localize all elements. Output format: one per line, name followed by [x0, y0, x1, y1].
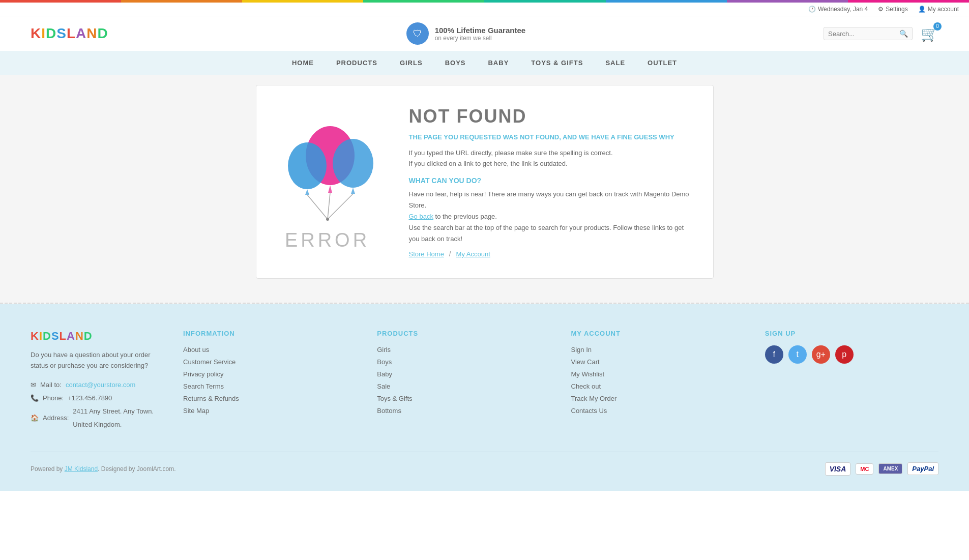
- error-content: NOT FOUND THE PAGE YOU REQUESTED WAS NOT…: [409, 106, 693, 258]
- error-body-2: to the previous page.: [433, 213, 497, 220]
- address-text: 2411 Any Street. Any Town. United Kingdo…: [73, 405, 163, 431]
- account-link[interactable]: 👤 My account: [918, 6, 959, 13]
- wishlist-link[interactable]: My Wishlist: [571, 370, 605, 378]
- error-links: Store Home / My Account: [409, 250, 693, 258]
- phone-icon: 📞: [31, 392, 39, 405]
- footer-desc: Do you have a question about your order …: [31, 350, 163, 371]
- error-body: Have no fear, help is near! There are ma…: [409, 189, 693, 245]
- jm-link[interactable]: JM Kidsland: [65, 465, 98, 473]
- contacts-us-link[interactable]: Contacts Us: [571, 407, 607, 415]
- footer-products-list: Girls Boys Baby Sale Toys & Gifts Bottom…: [377, 345, 550, 415]
- header-right: 🔍 🛒 0: [824, 25, 938, 42]
- error-body-3: Use the search bar at the top of the pag…: [409, 224, 684, 243]
- sale-link[interactable]: Sale: [377, 382, 390, 390]
- nav-home[interactable]: HOME: [281, 51, 325, 75]
- paypal-icon: PayPal: [907, 462, 938, 475]
- svg-point-2: [288, 142, 327, 189]
- baby-link[interactable]: Baby: [377, 370, 392, 378]
- settings-link[interactable]: ⚙ Settings: [878, 6, 907, 13]
- privacy-policy-link[interactable]: Privacy policy: [183, 370, 223, 378]
- logo[interactable]: KIDSLAND: [31, 25, 108, 42]
- footer-logo: KIDSLAND: [31, 330, 163, 343]
- date-display: 🕐 Wednesday, Jan 4: [808, 6, 868, 13]
- phone-number: +123.456.7890: [68, 392, 112, 405]
- search-terms-link[interactable]: Search Terms: [183, 382, 224, 390]
- list-item: Bottoms: [377, 406, 550, 415]
- address-icon: 🏠: [31, 411, 39, 425]
- twitter-button[interactable]: t: [788, 345, 807, 364]
- visa-icon: VISA: [825, 462, 851, 476]
- list-item: Sign In: [571, 345, 745, 353]
- nav-baby[interactable]: BABY: [477, 51, 520, 75]
- go-back-link[interactable]: Go back: [409, 213, 433, 220]
- footer-signup-title: SIGN UP: [765, 330, 938, 337]
- error-desc-2: If you clicked on a link to get here, th…: [409, 160, 568, 167]
- footer-col-products: PRODUCTS Girls Boys Baby Sale Toys & Gif…: [377, 330, 550, 431]
- logo-l: L: [67, 25, 76, 41]
- girls-link[interactable]: Girls: [377, 346, 391, 353]
- pinterest-button[interactable]: p: [835, 345, 854, 364]
- site-map-link[interactable]: Site Map: [183, 407, 209, 415]
- nav-toys-gifts[interactable]: TOYS & GIFTS: [520, 51, 594, 75]
- logo-s: S: [56, 25, 67, 41]
- nav-girls[interactable]: GIRLS: [389, 51, 434, 75]
- sign-in-link[interactable]: Sign In: [571, 346, 592, 353]
- address-label: Address:: [43, 411, 69, 425]
- list-item: Toys & Gifts: [377, 394, 550, 402]
- track-order-link[interactable]: Track My Order: [571, 395, 617, 402]
- svg-point-9: [326, 218, 329, 221]
- footer-information-list: About us Customer Service Privacy policy…: [183, 345, 357, 415]
- customer-service-link[interactable]: Customer Service: [183, 358, 236, 366]
- search-icon[interactable]: 🔍: [899, 30, 908, 38]
- bottoms-link[interactable]: Bottoms: [377, 407, 401, 415]
- guarantee-icon: 🛡: [406, 22, 429, 45]
- svg-marker-1: [328, 185, 332, 193]
- list-item: Returns & Refunds: [183, 394, 357, 402]
- boys-link[interactable]: Boys: [377, 358, 392, 366]
- nav-boys[interactable]: BOYS: [434, 51, 477, 75]
- nav-sale[interactable]: SALE: [594, 51, 636, 75]
- what-can-you-do-title: WHAT CAN YOU DO?: [409, 176, 693, 185]
- google-plus-button[interactable]: g+: [812, 345, 830, 364]
- top-bar: 🕐 Wednesday, Jan 4 ⚙ Settings 👤 My accou…: [0, 3, 969, 16]
- guarantee-text: 100% Lifetime Guarantee on every item we…: [435, 26, 525, 42]
- list-item: Track My Order: [571, 394, 745, 402]
- toys-gifts-link[interactable]: Toys & Gifts: [377, 395, 412, 402]
- nav-products[interactable]: PRODUCTS: [325, 51, 389, 75]
- about-us-link[interactable]: About us: [183, 346, 209, 353]
- footer-col-account: MY ACCOUNT Sign In View Cart My Wishlist…: [571, 330, 745, 431]
- error-illustration: ERROR: [277, 112, 378, 251]
- checkout-link[interactable]: Check out: [571, 382, 601, 390]
- cart-button[interactable]: 🛒 0: [921, 25, 938, 42]
- error-desc-1: If you typed the URL directly, please ma…: [409, 149, 613, 157]
- footer-address: 🏠 Address: 2411 Any Street. Any Town. Un…: [31, 405, 163, 431]
- view-cart-link[interactable]: View Cart: [571, 358, 600, 366]
- search-box[interactable]: 🔍: [824, 27, 913, 40]
- mail-icon: ✉: [31, 378, 36, 392]
- facebook-button[interactable]: f: [765, 345, 783, 364]
- link-separator: /: [449, 250, 453, 258]
- nav-outlet[interactable]: OUTLET: [636, 51, 688, 75]
- svg-point-4: [333, 139, 373, 188]
- logo-n: N: [86, 25, 97, 41]
- guarantee-title: 100% Lifetime Guarantee: [435, 26, 525, 35]
- designed-by: . Designed by JoomlArt.com.: [98, 465, 175, 473]
- footer-brand: KIDSLAND Do you have a question about yo…: [31, 330, 163, 431]
- returns-refunds-link[interactable]: Returns & Refunds: [183, 395, 239, 402]
- error-subtitle: THE PAGE YOU REQUESTED WAS NOT FOUND, AN…: [409, 133, 693, 141]
- store-home-link[interactable]: Store Home: [409, 250, 444, 258]
- my-account-link[interactable]: My Account: [456, 250, 490, 258]
- mail-link[interactable]: contact@yourstore.com: [66, 378, 135, 392]
- header: KIDSLAND 🛡 100% Lifetime Guarantee on ev…: [0, 16, 969, 51]
- logo-d: D: [46, 25, 56, 41]
- list-item: Check out: [571, 382, 745, 390]
- search-input[interactable]: [828, 30, 899, 38]
- list-item: Privacy policy: [183, 370, 357, 378]
- footer-top: KIDSLAND Do you have a question about yo…: [31, 330, 938, 431]
- guarantee-subtitle: on every item we sell: [435, 35, 525, 42]
- user-icon: 👤: [918, 6, 926, 13]
- footer-mail: ✉ Mail to: contact@yourstore.com: [31, 378, 163, 392]
- generic-card-icon: AMEX: [878, 463, 902, 474]
- footer-contact: ✉ Mail to: contact@yourstore.com 📞 Phone…: [31, 378, 163, 431]
- error-title: NOT FOUND: [409, 106, 693, 127]
